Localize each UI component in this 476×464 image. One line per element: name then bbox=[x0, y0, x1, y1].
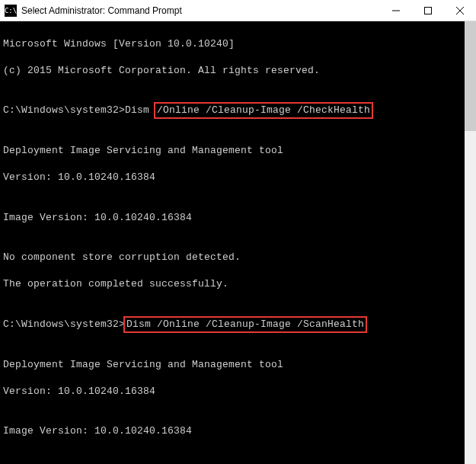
svg-rect-1 bbox=[425, 7, 432, 14]
scrollbar-vertical[interactable]: ▲ bbox=[465, 21, 476, 464]
highlighted-command: Dism /Online /Cleanup-Image /ScanHealth bbox=[125, 318, 366, 331]
window-title: Select Administrator: Command Prompt bbox=[21, 5, 380, 16]
console-line: C:\Windows\system32>Dism /Online /Cleanu… bbox=[3, 318, 473, 331]
console-area[interactable]: Microsoft Windows [Version 10.0.10240] (… bbox=[0, 21, 476, 464]
highlighted-command: /Online /Cleanup-Image /CheckHealth bbox=[155, 104, 372, 117]
minimize-button[interactable] bbox=[380, 0, 412, 21]
window-titlebar: C:\ Select Administrator: Command Prompt bbox=[0, 0, 476, 21]
console-line: Version: 10.0.10240.16384 bbox=[3, 171, 473, 184]
console-line: The operation completed successfully. bbox=[3, 277, 473, 291]
console-line: (c) 2015 Microsoft Corporation. All righ… bbox=[3, 64, 473, 78]
close-button[interactable] bbox=[444, 0, 476, 21]
console-line: Microsoft Windows [Version 10.0.10240] bbox=[3, 37, 473, 51]
console-line: Image Version: 10.0.10240.16384 bbox=[3, 424, 473, 438]
console-line: Deployment Image Servicing and Managemen… bbox=[3, 144, 473, 158]
console-line: No component store corruption detected. bbox=[3, 251, 473, 264]
scroll-thumb[interactable] bbox=[465, 21, 476, 131]
console-line: C:\Windows\system32>Dism /Online /Cleanu… bbox=[3, 104, 473, 117]
maximize-button[interactable] bbox=[412, 0, 444, 21]
cmd-icon: C:\ bbox=[5, 5, 17, 17]
console-line: Deployment Image Servicing and Managemen… bbox=[3, 358, 473, 372]
console-line: Version: 10.0.10240.16384 bbox=[3, 385, 473, 398]
console-line: Image Version: 10.0.10240.16384 bbox=[3, 211, 473, 225]
window-controls bbox=[380, 0, 476, 21]
